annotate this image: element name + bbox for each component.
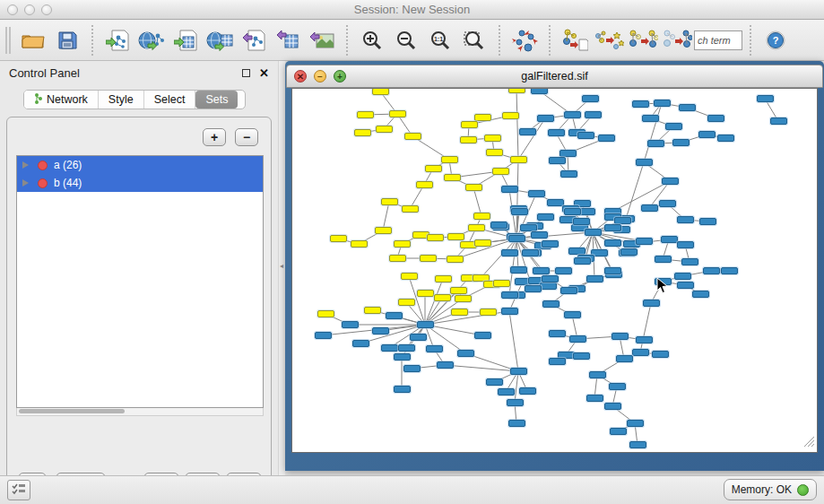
graph-node[interactable] [398,344,415,352]
save-session-button[interactable] [52,24,82,56]
import-network-file-button[interactable] [102,24,133,56]
graph-node[interactable] [703,267,720,274]
graph-node[interactable] [389,110,406,117]
maximize-view-button[interactable]: + [334,70,346,83]
apply-layout-button[interactable] [509,24,540,56]
graph-node[interactable] [465,184,482,191]
new-network-selected-edges-button[interactable] [662,24,692,56]
network-window-titlebar[interactable]: ✕ − + galFiltered.sif [286,65,823,88]
graph-node[interactable] [473,213,490,220]
graph-node[interactable] [642,115,659,122]
graph-node[interactable] [402,205,419,213]
graph-node[interactable] [507,399,524,406]
graph-node[interactable] [450,287,467,294]
graph-node[interactable] [721,267,738,274]
graph-node[interactable] [643,300,660,307]
graph-node[interactable] [533,267,550,274]
graph-node[interactable] [447,233,464,240]
graph-node[interactable] [460,136,477,143]
graph-node[interactable] [560,170,577,178]
graph-node[interactable] [351,240,368,248]
graph-node[interactable] [317,310,334,317]
graph-node[interactable] [537,213,554,221]
graph-node[interactable] [389,255,406,262]
graph-node[interactable] [577,132,594,139]
graph-node[interactable] [616,355,633,362]
collapse-arrow-icon[interactable]: ◂ [280,262,283,270]
help-button[interactable]: ? [760,24,791,56]
graph-node[interactable] [620,248,638,256]
tab-style[interactable]: Style [99,91,144,109]
graph-node[interactable] [549,157,566,164]
graph-node[interactable] [564,208,581,215]
graph-node[interactable] [501,291,518,299]
graph-node[interactable] [376,126,393,133]
export-table-button[interactable] [273,24,303,56]
horizontal-scrollbar[interactable] [16,408,264,416]
open-session-button[interactable] [18,24,48,56]
network-canvas[interactable] [291,88,818,453]
graph-node[interactable] [661,236,678,243]
new-network-selected-all-edges-button[interactable] [628,24,658,56]
zoom-out-button[interactable] [391,24,421,56]
graph-node[interactable] [531,88,548,94]
minimize-window-button[interactable] [24,4,35,15]
graph-node[interactable] [484,135,501,142]
graph-node[interactable] [672,139,690,146]
graph-node[interactable] [372,88,389,95]
graph-node[interactable] [401,273,418,280]
import-table-url-button[interactable] [204,24,235,56]
close-window-button[interactable] [7,4,18,15]
graph-node[interactable] [520,224,537,231]
graph-node[interactable] [490,222,507,229]
search-input[interactable]: ch term [694,30,742,50]
graph-node[interactable] [451,308,468,316]
graph-node[interactable] [652,351,669,358]
graph-node[interactable] [542,275,559,282]
graph-node[interactable] [519,128,536,135]
graph-node[interactable] [549,358,566,365]
zoom-in-button[interactable] [357,24,387,56]
graph-node[interactable] [425,165,442,172]
graph-node[interactable] [589,371,606,378]
graph-node[interactable] [604,403,621,410]
graph-node[interactable] [632,100,649,108]
graph-node[interactable] [427,234,444,241]
graph-node[interactable] [585,111,602,118]
task-history-button[interactable] [7,480,30,500]
graph-node[interactable] [315,332,332,339]
close-view-button[interactable]: ✕ [294,70,307,83]
graph-node[interactable] [510,266,527,274]
graph-node[interactable] [564,311,581,318]
graph-node[interactable] [547,199,564,206]
graph-node[interactable] [629,441,646,448]
graph-node[interactable] [604,239,621,247]
graph-node[interactable] [474,239,491,247]
graph-node[interactable] [574,257,591,265]
graph-node[interactable] [398,299,415,306]
graph-node[interactable] [573,218,590,225]
graph-node[interactable] [555,267,572,274]
graph-node[interactable] [559,150,577,157]
graph-node[interactable] [692,291,709,298]
graph-node[interactable] [537,115,554,122]
graph-node[interactable] [480,308,497,316]
tab-sets[interactable]: Sets [195,91,238,109]
scrollbar-thumb[interactable] [19,409,125,413]
import-network-url-button[interactable] [136,24,167,56]
import-table-file-button[interactable] [170,24,201,56]
sets-list[interactable]: a (26) b (44) [16,155,264,408]
remove-set-button[interactable]: − [235,128,258,146]
graph-node[interactable] [757,95,774,102]
graph-node[interactable] [636,159,653,166]
graph-node[interactable] [394,353,411,361]
export-network-button[interactable] [239,24,269,56]
graph-node[interactable] [662,178,679,185]
graph-node[interactable] [435,275,452,282]
expand-triangle-icon[interactable] [22,179,29,187]
graph-node[interactable] [372,327,389,335]
toolbar-drag-handle[interactable] [5,27,11,54]
graph-node[interactable] [426,345,443,352]
graph-node[interactable] [548,129,565,136]
graph-node[interactable] [528,190,545,197]
